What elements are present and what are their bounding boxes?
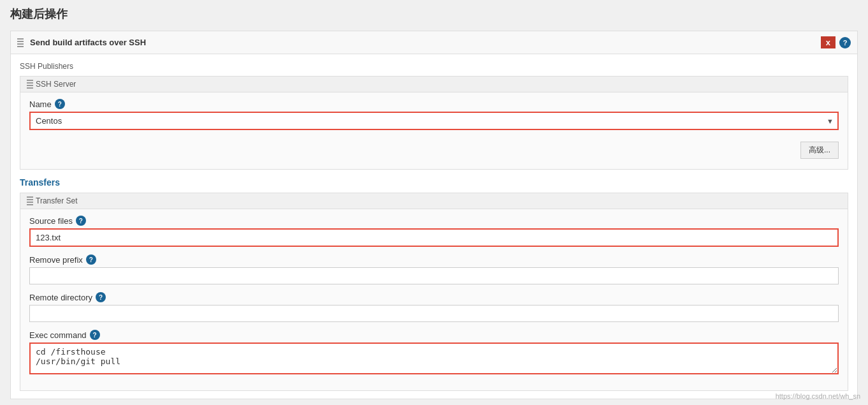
name-field-label: Name ? [29, 99, 839, 109]
help-icon-name[interactable]: ? [55, 99, 65, 109]
ssh-server-drag-handle[interactable] [27, 80, 33, 89]
transfers-title: Transfers [20, 177, 848, 188]
drag-handle[interactable] [17, 38, 24, 47]
remove-prefix-label: Remove prefix ? [29, 254, 839, 265]
advanced-btn-row: 高级... [29, 138, 839, 163]
transfer-set-body: Source files ? Remove prefix ? [20, 209, 848, 390]
help-icon-main[interactable]: ? [839, 37, 851, 48]
help-icon-prefix[interactable]: ? [86, 254, 96, 265]
transfers-section: Transfers Transfer Set Source files ? [20, 177, 848, 391]
ssh-publishers-label: SSH Publishers [20, 62, 848, 71]
exec-command-input[interactable]: cd /firsthouse /usr/bin/git pull [29, 342, 839, 374]
ssh-server-block: SSH Server Name ? Centos ▼ [20, 76, 848, 170]
transfer-set-drag-handle[interactable] [27, 196, 33, 205]
name-select-wrapper: Centos ▼ [29, 112, 839, 130]
ssh-server-label: SSH Server [36, 80, 76, 89]
watermark: https://blog.csdn.net/wh_sn [776, 392, 860, 400]
remote-directory-label: Remote directory ? [29, 292, 839, 302]
section-header-left: Send build artifacts over SSH [17, 38, 146, 47]
send-artifacts-label: Send build artifacts over SSH [30, 38, 146, 47]
help-icon-remote[interactable]: ? [96, 292, 106, 302]
source-files-label: Source files ? [29, 216, 839, 226]
ssh-server-body: Name ? Centos ▼ 高级... [20, 92, 848, 169]
transfer-set-header: Transfer Set [20, 193, 848, 209]
main-section: Send build artifacts over SSH x ? SSH Pu… [10, 31, 858, 399]
advanced-button[interactable]: 高级... [800, 142, 839, 159]
remote-directory-row: Remote directory ? [29, 292, 839, 322]
help-icon-exec[interactable]: ? [90, 330, 100, 340]
remove-prefix-row: Remove prefix ? [29, 254, 839, 284]
remote-directory-input[interactable] [29, 305, 839, 322]
help-icon-source[interactable]: ? [76, 216, 86, 226]
exec-command-label: Exec command ? [29, 330, 839, 340]
section-body: SSH Publishers SSH Server Name ? [11, 54, 857, 399]
close-button[interactable]: x [821, 36, 835, 48]
header-actions: x ? [821, 36, 851, 48]
section-header: Send build artifacts over SSH x ? [11, 31, 857, 54]
name-field-row: Name ? Centos ▼ [29, 99, 839, 130]
remove-prefix-input[interactable] [29, 267, 839, 284]
exec-command-row: Exec command ? cd /firsthouse /usr/bin/g… [29, 330, 839, 376]
transfer-set-label: Transfer Set [36, 196, 78, 205]
page-title: 构建后操作 [10, 6, 858, 22]
page-container: 构建后操作 Send build artifacts over SSH x ? … [0, 0, 868, 405]
transfer-set-block: Transfer Set Source files ? R [20, 193, 848, 391]
name-select[interactable]: Centos [29, 112, 839, 130]
source-files-input[interactable] [29, 228, 839, 247]
ssh-server-header: SSH Server [20, 77, 848, 92]
source-files-row: Source files ? [29, 216, 839, 247]
